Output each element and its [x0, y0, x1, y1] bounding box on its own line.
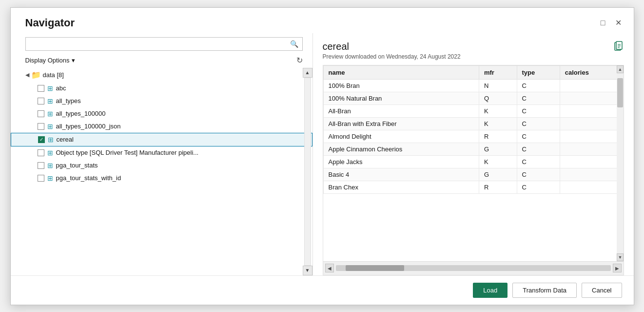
- maximize-button[interactable]: □: [598, 18, 608, 28]
- item-label-all-types: all_types: [56, 97, 81, 104]
- tree-scroll-up-button[interactable]: ▲: [303, 68, 312, 78]
- table-cell: Almond Delight: [323, 130, 479, 143]
- cancel-button[interactable]: Cancel: [582, 283, 622, 298]
- vscroll-up-button[interactable]: ▲: [617, 65, 624, 73]
- item-label-pga-tour-id: pga_tour_stats_with_id: [56, 174, 121, 182]
- transform-data-button[interactable]: Transform Data: [512, 283, 577, 298]
- table-cell: 100% Bran: [323, 79, 479, 92]
- item-checkbox-all-types-100000[interactable]: [38, 110, 44, 117]
- hscroll-right-button[interactable]: ▶: [613, 264, 622, 272]
- table-cell: [560, 143, 623, 155]
- table-cell: K: [479, 155, 517, 168]
- table-cell: Basic 4: [323, 168, 479, 181]
- table-cell: C: [517, 104, 560, 117]
- hscroll-left-button[interactable]: ◀: [325, 264, 334, 272]
- table-cell: [560, 117, 623, 130]
- table-hscroll: ◀ ▶: [323, 261, 624, 275]
- chevron-down-icon: ▾: [72, 57, 75, 64]
- table-icon: ⊞: [47, 97, 53, 105]
- title-bar-controls: □ ✕: [598, 18, 624, 28]
- table-cell: N: [479, 79, 517, 92]
- item-label-object-type: Object type [SQL Driver Test] Manufactur…: [56, 149, 199, 156]
- refresh-button[interactable]: ↻: [296, 56, 303, 65]
- table-cell: [560, 155, 623, 168]
- folder-chevron-icon: ◀: [25, 72, 29, 78]
- table-cell: G: [479, 168, 517, 181]
- table-icon: ⊞: [47, 110, 53, 118]
- table-cell: C: [517, 143, 560, 155]
- navigator-dialog: Navigator □ ✕ 🔍 Display Options ▾: [10, 7, 634, 305]
- vscroll-bar: ▲ ▼: [617, 65, 624, 261]
- table-cell: C: [517, 168, 560, 181]
- table-cell: Apple Cinnamon Cheerios: [323, 143, 479, 155]
- table-row: Apple JacksKC: [323, 155, 623, 168]
- table-cell: Q: [479, 92, 517, 104]
- vscroll-track: [617, 73, 624, 253]
- list-item[interactable]: ⊞ abc: [11, 82, 312, 95]
- folder-row[interactable]: ◀ 📁 data [8]: [11, 68, 312, 82]
- table-icon: ⊞: [48, 136, 54, 144]
- col-header-calories: calories: [560, 65, 623, 79]
- table-cell: G: [479, 143, 517, 155]
- data-table: name mfr type calories 100% BranNC100% N…: [323, 65, 624, 194]
- item-checkbox-all-types-json[interactable]: [38, 123, 44, 130]
- table-cell: K: [479, 104, 517, 117]
- table-row: Basic 4GC: [323, 168, 623, 181]
- table-icon: ⊞: [47, 123, 53, 130]
- col-header-mfr: mfr: [479, 65, 517, 79]
- col-header-name: name: [323, 65, 479, 79]
- list-item-cereal[interactable]: ⊞ cereal: [11, 133, 312, 146]
- list-item[interactable]: ⊞ pga_tour_stats: [11, 159, 312, 172]
- svg-rect-1: [616, 42, 622, 49]
- display-options-button[interactable]: Display Options ▾: [25, 57, 75, 64]
- item-checkbox-object-type[interactable]: [38, 149, 44, 156]
- table-scroll-body[interactable]: name mfr type calories 100% BranNC100% N…: [323, 65, 624, 261]
- item-label-cereal: cereal: [57, 136, 74, 143]
- search-input[interactable]: [30, 40, 290, 47]
- preview-export-button[interactable]: [613, 41, 624, 54]
- table-cell: R: [479, 181, 517, 193]
- refresh-icon: ↻: [296, 56, 303, 64]
- table-cell: All-Bran with Extra Fiber: [323, 117, 479, 130]
- table-cell: [560, 130, 623, 143]
- list-item[interactable]: ⊞ pga_tour_stats_with_id: [11, 172, 312, 185]
- table-icon: ⊞: [47, 174, 53, 182]
- item-checkbox-cereal[interactable]: [38, 136, 45, 143]
- list-item[interactable]: ⊞ all_types_100000_json: [11, 120, 312, 133]
- vscroll-thumb: [617, 78, 623, 107]
- item-checkbox-all-types[interactable]: [38, 98, 44, 104]
- col-header-type: type: [517, 65, 560, 79]
- list-item[interactable]: ⊞ all_types: [11, 95, 312, 107]
- list-item[interactable]: ⊞ Object type [SQL Driver Test] Manufact…: [11, 146, 312, 159]
- table-cell: [560, 79, 623, 92]
- table-cell: [560, 92, 623, 104]
- table-icon: ⊞: [47, 84, 53, 92]
- list-item[interactable]: ⊞ all_types_100000: [11, 107, 312, 120]
- display-options-label: Display Options: [25, 57, 70, 64]
- item-label-pga-tour: pga_tour_stats: [56, 162, 98, 169]
- item-checkbox-pga-tour-id[interactable]: [38, 175, 44, 182]
- table-row: All-BranKC: [323, 104, 623, 117]
- table-row: Bran ChexRC: [323, 181, 623, 193]
- close-button[interactable]: ✕: [613, 18, 624, 28]
- preview-header: cereal Preview downloaded on Wednesday, …: [323, 41, 624, 60]
- table-cell: C: [517, 155, 560, 168]
- item-checkbox-pga-tour[interactable]: [38, 162, 44, 169]
- left-panel: 🔍 Display Options ▾ ↻ ◀ �: [11, 33, 313, 275]
- vscroll-down-button[interactable]: ▼: [617, 253, 624, 261]
- tree-scroll-down-button[interactable]: ▼: [303, 266, 312, 275]
- search-box: 🔍: [25, 37, 303, 51]
- item-checkbox-abc[interactable]: [38, 85, 44, 92]
- export-icon: [613, 44, 624, 54]
- table-cell: [560, 104, 623, 117]
- tree-scroll-track: [304, 78, 311, 266]
- hscroll-track: [336, 265, 611, 271]
- search-row: 🔍: [11, 33, 312, 54]
- load-button[interactable]: Load: [473, 283, 507, 298]
- display-options-row: Display Options ▾ ↻: [11, 54, 312, 68]
- table-cell: R: [479, 130, 517, 143]
- item-label-all-types-100000: all_types_100000: [56, 110, 106, 117]
- preview-subtitle: Preview downloaded on Wednesday, 24 Augu…: [323, 53, 461, 60]
- folder-label: data [8]: [43, 71, 64, 79]
- table-cell: C: [517, 181, 560, 193]
